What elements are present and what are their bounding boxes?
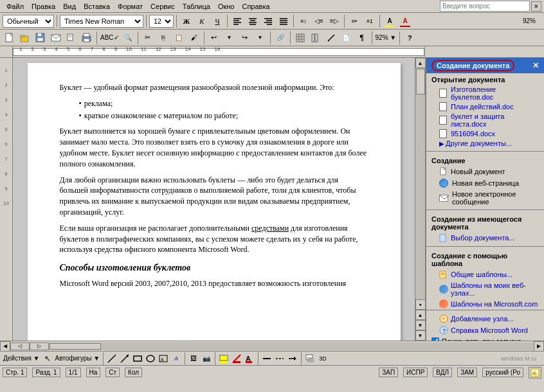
new-web-item[interactable]: Новая веб-страница: [426, 177, 544, 189]
help-button[interactable]: ?: [403, 31, 417, 45]
table-button[interactable]: [293, 31, 307, 45]
zoom-button[interactable]: 92% ▼: [375, 31, 397, 45]
new-doc-button[interactable]: [3, 31, 17, 45]
web-templates-link[interactable]: Шаблоны на моих веб-узлах...: [426, 280, 544, 298]
bullet-list-button[interactable]: ≡•: [347, 14, 361, 28]
h-scroll-left[interactable]: ◀: [0, 341, 10, 352]
undo-dropdown[interactable]: ▼: [222, 31, 237, 45]
research-button[interactable]: 🔍: [121, 31, 135, 45]
indent-dec-button[interactable]: ◁≡: [312, 14, 326, 28]
scroll-thumb[interactable]: [416, 69, 425, 94]
menu-tools[interactable]: Сервис: [147, 1, 179, 12]
numbered-list-button[interactable]: ≡1: [363, 14, 377, 28]
cut-button[interactable]: ✂: [141, 31, 155, 45]
choose-doc-link[interactable]: Выбор документа...: [426, 232, 544, 244]
horizontal-scrollbar[interactable]: ◀ ◁ ▷ ▶: [0, 341, 544, 351]
line-style-button[interactable]: [261, 353, 273, 364]
align-left-button[interactable]: [230, 14, 244, 28]
open-button[interactable]: [18, 31, 32, 45]
font-size-select[interactable]: 12: [149, 15, 174, 28]
scroll-up-button[interactable]: ▲: [415, 58, 426, 68]
question-input[interactable]: [440, 1, 530, 12]
question-close-button[interactable]: ✕: [531, 1, 541, 12]
wordart-tool[interactable]: A: [170, 353, 182, 364]
page-prev-button[interactable]: ◁: [10, 343, 30, 350]
line-spacing-button[interactable]: ≡↕: [296, 14, 311, 28]
drawing-button[interactable]: [324, 31, 338, 45]
save-button[interactable]: [33, 31, 48, 45]
style-select[interactable]: Обычный: [3, 15, 54, 28]
signature-button[interactable]: ✍: [529, 367, 541, 379]
italic-button[interactable]: К: [195, 14, 209, 28]
rect-tool[interactable]: [132, 353, 143, 364]
print-preview-button[interactable]: [64, 31, 78, 45]
bold-button[interactable]: Ж: [179, 14, 194, 28]
line-color-button[interactable]: [231, 353, 242, 364]
menu-help[interactable]: Справка: [238, 1, 273, 12]
menu-edit[interactable]: Правка: [28, 1, 59, 12]
clip-art-button[interactable]: 🖼: [188, 353, 199, 364]
copy-button[interactable]: ⎘: [156, 31, 170, 45]
help-link[interactable]: ? Справка Microsoft Word: [426, 325, 544, 336]
vertical-scrollbar[interactable]: ▲ ● ▲ ▼ ▼: [415, 58, 425, 341]
ms-templates-link[interactable]: Шаблоны на Microsoft.com: [426, 298, 544, 310]
document-area[interactable]: Буклет — удобный формат размещения разно…: [13, 58, 425, 341]
email-button[interactable]: [49, 31, 63, 45]
redo-dropdown[interactable]: ▼: [253, 31, 267, 45]
columns-button[interactable]: [309, 31, 323, 45]
scroll-browse-next[interactable]: ▼: [415, 320, 426, 330]
show-on-start-checkbox[interactable]: [431, 337, 439, 341]
show-on-start-item[interactable]: Показывать при запуске: [426, 336, 544, 341]
link-doc-4[interactable]: 9516094.docx: [426, 129, 544, 139]
doc-map-button[interactable]: 📄: [340, 31, 354, 45]
general-templates-link[interactable]: Общие шаблоны...: [426, 269, 544, 280]
zoom-display[interactable]: 92%: [517, 14, 541, 28]
justify-button[interactable]: [277, 14, 291, 28]
font-color-draw-button[interactable]: A: [244, 353, 255, 364]
page-next-button[interactable]: ▷: [30, 343, 49, 350]
scroll-select-browse-prev[interactable]: ●: [415, 299, 426, 310]
font-color-button[interactable]: A: [398, 14, 412, 28]
add-node-link[interactable]: + Добавление узла...: [426, 313, 544, 325]
underline-button[interactable]: Ч: [210, 14, 224, 28]
menu-insert[interactable]: Вставка: [80, 1, 114, 12]
fill-color-button[interactable]: [218, 353, 230, 364]
actions-menu[interactable]: Действия ▼: [3, 353, 41, 364]
scroll-down-button[interactable]: ▼: [415, 330, 426, 341]
menu-format[interactable]: Формат: [114, 1, 147, 12]
textbox-tool[interactable]: A: [158, 353, 169, 364]
oval-tool[interactable]: [145, 353, 156, 364]
menu-table[interactable]: Таблица: [179, 1, 214, 12]
indent-inc-button[interactable]: ≡▷: [327, 14, 341, 28]
highlight-button[interactable]: A: [383, 14, 397, 28]
picture-button[interactable]: 📷: [201, 353, 212, 364]
panel-close-button[interactable]: ✕: [532, 61, 539, 70]
paste-button[interactable]: 📋: [172, 31, 186, 45]
show-hide-button[interactable]: ¶: [355, 31, 369, 45]
link-doc-3[interactable]: буклет и защита листа.docx: [426, 112, 544, 129]
format-painter-button[interactable]: 🖌: [187, 31, 201, 45]
menu-window[interactable]: Окно: [214, 1, 239, 12]
new-email-item[interactable]: Новое электронное сообщение: [426, 189, 544, 207]
more-docs-link[interactable]: ▶ Другие документы...: [426, 139, 544, 148]
link-doc-2[interactable]: План действий.doc: [426, 102, 544, 112]
scroll-track[interactable]: [415, 68, 425, 299]
scroll-browse-prev[interactable]: ▲: [415, 310, 426, 320]
h-scroll-right[interactable]: ▶: [534, 341, 544, 352]
line-tool[interactable]: [106, 353, 118, 364]
dash-style-button[interactable]: [274, 353, 286, 364]
align-center-button[interactable]: [246, 14, 260, 28]
font-select[interactable]: Times New Roman: [60, 15, 143, 28]
new-doc-item[interactable]: Новый документ: [426, 166, 544, 177]
hyperlink-button[interactable]: 🔗: [273, 31, 287, 45]
h-scroll-track[interactable]: [49, 343, 534, 350]
h-scroll-thumb[interactable]: [50, 343, 101, 350]
select-tool[interactable]: ↖: [42, 353, 53, 364]
undo-button[interactable]: ↩: [207, 31, 221, 45]
shadow-button[interactable]: [304, 353, 316, 364]
ruler[interactable]: 12345 678910 111213141516: [13, 46, 425, 57]
arrow-style-button[interactable]: [287, 353, 298, 364]
redo-button[interactable]: ↪: [238, 31, 252, 45]
spellcheck-button[interactable]: ABC✓: [100, 31, 120, 45]
3d-button[interactable]: 3D: [317, 353, 329, 364]
